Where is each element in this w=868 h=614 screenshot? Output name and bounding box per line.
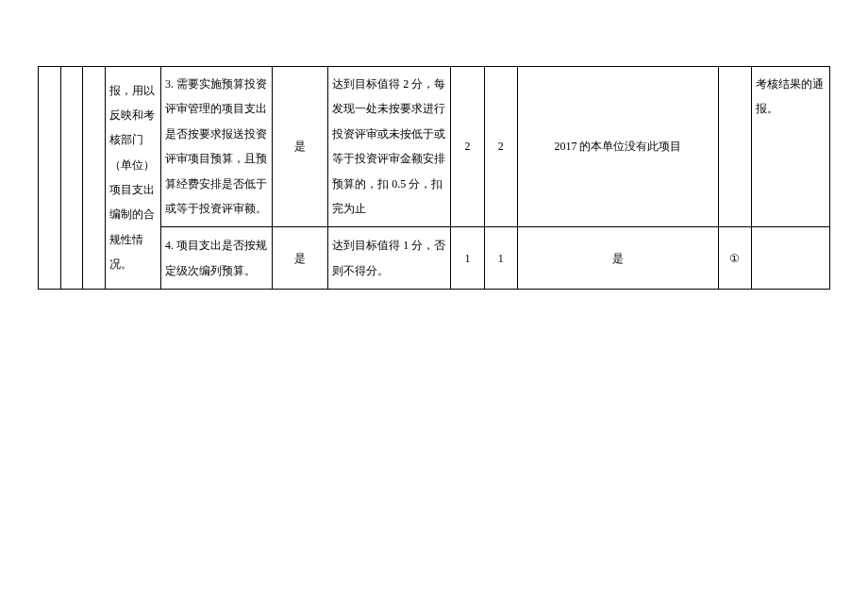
cell-scoring: 达到目标值得 2 分，每发现一处未按要求进行投资评审或未按低于或等于投资评审金额… [328, 66, 451, 227]
cell-scoring: 达到目标值得 1 分，否则不得分。 [328, 227, 451, 290]
cell-score-b: 2 [484, 66, 517, 227]
cell-target: 是 [273, 227, 328, 290]
cell-result: 是 [518, 227, 719, 290]
cell-score-b: 1 [484, 227, 517, 290]
cell-mark [718, 66, 751, 227]
cell-criteria: 3. 需要实施预算投资评审管理的项目支出是否按要求报送投资评审项目预算，且预算经… [160, 66, 272, 227]
cell-blank-c [83, 66, 106, 290]
cell-category: 报，用以反映和考核部门（单位）项目支出编制的合规性情况。 [105, 66, 160, 290]
cell-score-a: 1 [451, 227, 484, 290]
cell-score-a: 2 [451, 66, 484, 227]
cell-blank-b [60, 66, 83, 290]
table-row: 报，用以反映和考核部门（单位）项目支出编制的合规性情况。 3. 需要实施预算投资… [39, 66, 830, 227]
cell-target: 是 [273, 66, 328, 227]
cell-mark: ① [718, 227, 751, 290]
assessment-table: 报，用以反映和考核部门（单位）项目支出编制的合规性情况。 3. 需要实施预算投资… [38, 66, 830, 290]
cell-note: 考核结果的通报。 [752, 66, 830, 227]
cell-result: 2017 的本单位没有此项目 [518, 66, 719, 227]
cell-criteria: 4. 项目支出是否按规定级次编列预算。 [160, 227, 272, 290]
cell-note [752, 227, 830, 290]
cell-blank-a [39, 66, 61, 290]
